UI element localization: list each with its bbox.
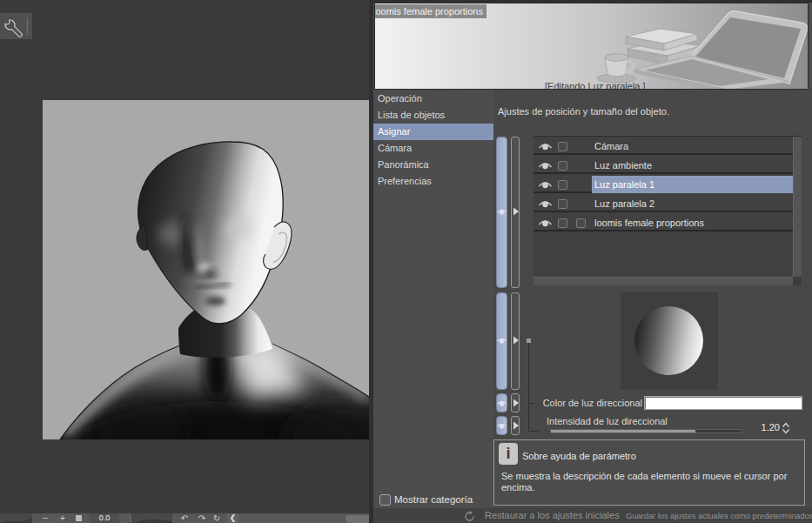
svg-text:[Editando Luz paralela ]: [Editando Luz paralela ] (545, 81, 646, 89)
